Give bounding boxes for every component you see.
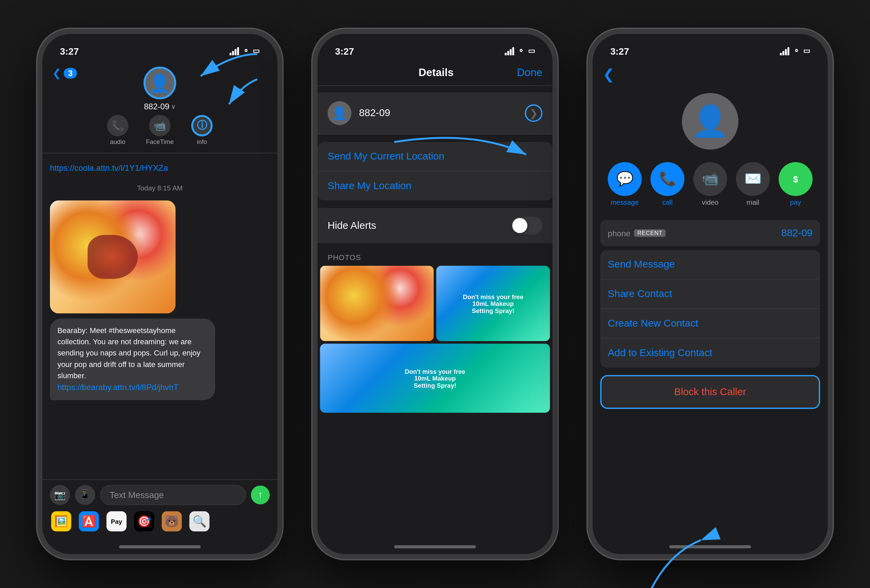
phone-3: 3:27 ⚬ ▭ ❮ — [588, 29, 833, 559]
battery-icon-3: ▭ — [803, 46, 810, 55]
send-button[interactable]: ↑ — [251, 485, 270, 505]
toggle-knob — [512, 218, 527, 233]
call-action[interactable]: 📞 call — [650, 162, 685, 206]
big-avatar-area: 👤 — [593, 83, 828, 162]
apps-icon: 📱 — [79, 489, 91, 500]
apps-button[interactable]: 📱 — [75, 485, 95, 505]
contact-avatar[interactable]: 👤 — [144, 67, 176, 99]
back-button[interactable]: ❮ 3 — [52, 67, 77, 80]
pay-icon: $ — [793, 174, 798, 185]
status-icons-1: ⚬ ▭ — [229, 46, 260, 55]
send-icon: ↑ — [258, 489, 263, 500]
status-icons-2: ⚬ ▭ — [505, 46, 535, 55]
animal-icon[interactable]: 🐻 — [162, 511, 182, 531]
share-location-text: Share My Location — [328, 180, 411, 191]
search-icon[interactable]: 🔍 — [189, 511, 210, 531]
audio-button[interactable]: 📞 audio — [107, 115, 128, 145]
call-btn-circle: 📞 — [651, 162, 685, 196]
mail-action[interactable]: ✉️ mail — [735, 162, 770, 206]
phone-row-label: phone RECENT — [608, 228, 666, 238]
photos-label: PHOTOS — [317, 248, 553, 266]
status-bar-3: 3:27 ⚬ ▭ — [593, 34, 828, 61]
share-contact-row[interactable]: Share Contact — [600, 279, 821, 309]
home-indicator-2 — [317, 539, 553, 554]
contact-info-header: ❮ — [593, 62, 828, 83]
send-message-row[interactable]: Send Message — [600, 250, 821, 280]
facetime-button[interactable]: 📹 FaceTime — [146, 115, 174, 145]
battery-icon-2: ▭ — [528, 46, 535, 55]
send-location-item[interactable]: Send My Current Location — [317, 142, 553, 171]
app-icons-row: 🖼️ 🅰️ Pay 🎯 🐻 🔍 — [50, 509, 270, 534]
photo-3[interactable]: Don't miss your free 10mL Makeup Setting… — [320, 344, 550, 412]
message-text: Bearaby: Meet #thesweetstayhome collecti… — [50, 319, 215, 400]
wifi-icon-1: ⚬ — [243, 46, 249, 55]
time-2: 3:27 — [335, 46, 354, 56]
home-bar-3 — [669, 545, 751, 548]
info-icon-circle: ⓘ — [191, 115, 213, 137]
wifi-icon-3: ⚬ — [793, 46, 800, 55]
image-content — [50, 200, 176, 313]
time-3: 3:27 — [610, 46, 629, 56]
contact-number: 882-09 — [359, 108, 390, 119]
mail-icon: ✉️ — [744, 171, 761, 187]
back-count: 3 — [64, 68, 77, 79]
phone-info-group: phone RECENT 882-09 — [600, 220, 821, 247]
block-caller-button[interactable]: Block this Caller — [600, 375, 821, 409]
phone-icon: 📞 — [112, 120, 124, 132]
pay-action[interactable]: $ pay — [778, 162, 813, 206]
messages-header: ❮ 3 👤 882-09 ∨ — [42, 62, 277, 153]
location-section: Send My Current Location Share My Locati… — [317, 142, 553, 200]
message-image — [50, 200, 176, 313]
photo-1[interactable] — [320, 266, 434, 341]
signal-icon-2 — [505, 47, 514, 55]
signal-icon-1 — [229, 47, 239, 55]
message-input[interactable]: Text Message — [100, 485, 246, 505]
details-header: Details Done — [317, 62, 553, 86]
message-link-2[interactable]: https://bearaby.attn.tv/l/8Pd/jhvhT — [57, 380, 179, 394]
message-action[interactable]: 💬 message — [607, 162, 642, 206]
contact-row[interactable]: 👤 882-09 ❯ — [317, 92, 553, 134]
add-existing-contact-row[interactable]: Add to Existing Contact — [600, 338, 821, 367]
photo-2[interactable]: Don't miss your free 10mL Makeup Setting… — [436, 266, 550, 341]
messages-body: https://coola.attn.tv/l/1Y1/HYXZa Today … — [42, 153, 277, 479]
appstore-icon[interactable]: 🅰️ — [79, 511, 99, 531]
photos-app-icon[interactable]: 🖼️ — [51, 511, 71, 531]
video-action[interactable]: 📹 video — [693, 162, 728, 206]
big-person-icon: 👤 — [691, 104, 729, 139]
mail-label: mail — [746, 199, 759, 206]
details-body: 👤 882-09 ❯ Send My Current Location — [317, 86, 553, 539]
share-location-item[interactable]: Share My Location — [317, 171, 553, 200]
fitness-icon[interactable]: 🎯 — [134, 511, 154, 531]
back-arrow-button[interactable]: ❮ — [603, 67, 614, 83]
phone-frame-1: 3:27 ⚬ ▭ ❮ — [37, 29, 283, 559]
message-btn-circle: 💬 — [608, 162, 642, 196]
hide-alerts-label: Hide Alerts — [328, 220, 376, 231]
recent-badge: RECENT — [634, 229, 666, 237]
photos-grid: Don't miss your free 10mL Makeup Setting… — [317, 266, 553, 413]
phone-label-text: phone — [608, 228, 630, 238]
big-avatar: 👤 — [682, 93, 739, 150]
contact-row-left: 👤 882-09 — [328, 101, 390, 125]
messages-input-area: 📷 📱 Text Message ↑ 🖼️ — [42, 479, 277, 539]
hide-alerts-toggle[interactable] — [511, 217, 543, 234]
create-new-contact-row[interactable]: Create New Contact — [600, 309, 821, 338]
phone-info-row[interactable]: phone RECENT 882-09 — [600, 220, 821, 247]
send-location-text: Send My Current Location — [328, 151, 444, 161]
message-link-1[interactable]: https://coola.attn.tv/l/1Y1/HYXZa — [50, 161, 270, 176]
contact-name: 882-09 ∨ — [144, 102, 176, 112]
info-button[interactable]: ⓘ info — [191, 115, 213, 145]
contact-avatar-sm: 👤 — [328, 101, 352, 125]
contact-info-body: 👤 💬 message 📞 — [593, 83, 828, 539]
action-items-group: Send Message Share Contact Create New Co… — [600, 250, 821, 368]
phone-number-value: 882-09 — [781, 228, 813, 239]
video-label: video — [702, 199, 718, 206]
pay-label: pay — [790, 199, 801, 206]
done-button[interactable]: Done — [517, 67, 542, 79]
audio-label: audio — [110, 138, 125, 145]
wifi-icon-2: ⚬ — [518, 46, 524, 55]
home-indicator-1 — [42, 539, 277, 554]
applepay-icon[interactable]: Pay — [106, 511, 126, 531]
facetime-icon-circle: 📹 — [149, 115, 170, 137]
camera-button[interactable]: 📷 — [50, 485, 70, 505]
message-icon: 💬 — [616, 171, 633, 187]
